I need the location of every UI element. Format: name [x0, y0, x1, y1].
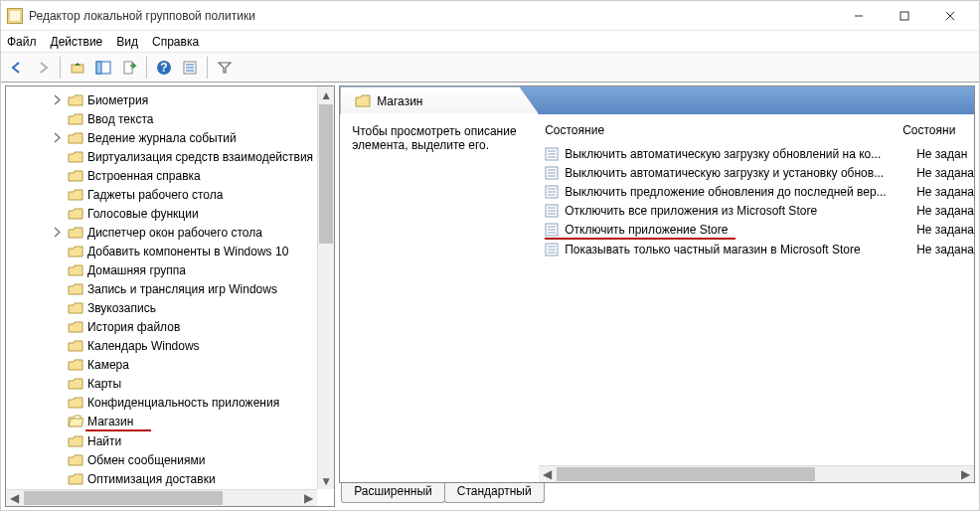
svg-rect-6 [96, 62, 101, 74]
tree-horizontal-scrollbar[interactable]: ◀ ▶ [6, 489, 317, 506]
detail-body: Чтобы просмотреть описание элемента, выд… [340, 114, 974, 482]
filter-button[interactable] [213, 56, 237, 80]
folder-icon [68, 434, 83, 448]
tree-item-label: Встроенная справка [87, 169, 201, 183]
tree-item-label: Гаджеты рабочего стола [87, 188, 223, 202]
folder-icon [68, 245, 83, 258]
folder-icon [68, 282, 83, 296]
tree-item[interactable]: Найти [6, 431, 317, 450]
tree-item-label: История файлов [87, 320, 180, 334]
setting-row[interactable]: Показывать только частный магазин в Micr… [539, 240, 974, 258]
detail-horizontal-scrollbar[interactable]: ◀ ▶ [539, 465, 974, 482]
tree-item-label: Звукозапись [87, 301, 156, 315]
tree-item-label: Ведение журнала событий [87, 131, 237, 145]
up-folder-button[interactable] [66, 56, 89, 80]
folder-icon [68, 263, 83, 277]
setting-row[interactable]: Выключить предложение обновления до посл… [539, 182, 974, 201]
tab-standard[interactable]: Стандартный [444, 483, 545, 503]
scroll-right-icon[interactable]: ▶ [957, 466, 974, 482]
tree-expander[interactable] [52, 94, 63, 105]
tree-item[interactable]: Встроенная справка [6, 166, 317, 185]
tree-expander[interactable] [52, 227, 63, 238]
tree-item[interactable]: Оптимизация доставки [6, 469, 317, 488]
maximize-button[interactable] [882, 1, 927, 31]
settings-list[interactable]: Выключить автоматическую загрузку обновл… [539, 140, 974, 258]
scroll-thumb[interactable] [24, 491, 223, 505]
tree-item[interactable]: Камера [6, 355, 317, 374]
back-button[interactable] [5, 56, 29, 80]
setting-label: Отключить приложение Store [565, 223, 897, 237]
tree-item-label: Карты [87, 377, 121, 391]
folder-icon [68, 188, 83, 202]
tree-item-label: Найти [87, 434, 121, 448]
window-controls [836, 1, 973, 31]
policy-setting-icon [545, 166, 559, 180]
scroll-up-icon[interactable]: ▲ [318, 86, 334, 103]
tree-item-label: Добавить компоненты в Windows 10 [87, 245, 288, 258]
tree-item[interactable]: Календарь Windows [6, 336, 317, 355]
tree[interactable]: БиометрияВвод текстаВедение журнала собы… [6, 86, 317, 489]
menu-action[interactable]: Действие [51, 35, 103, 49]
folder-icon [68, 377, 83, 391]
expand-icon[interactable] [52, 227, 63, 238]
tree-expander[interactable] [52, 132, 63, 143]
export-button[interactable] [117, 56, 141, 80]
scroll-right-icon[interactable]: ▶ [300, 490, 317, 506]
tree-item[interactable]: Запись и трансляция игр Windows [6, 279, 317, 298]
tree-item[interactable]: Диспетчер окон рабочего стола [6, 223, 317, 242]
menu-help[interactable]: Справка [152, 35, 199, 49]
expand-icon[interactable] [52, 132, 63, 143]
setting-state: Не задана [916, 243, 974, 256]
setting-row[interactable]: Отключить приложение StoreНе задана [539, 220, 974, 239]
minimize-button[interactable] [836, 1, 882, 31]
tree-item[interactable]: Биометрия [6, 90, 317, 109]
tree-vertical-scrollbar[interactable]: ▲ ▼ [317, 86, 334, 489]
folder-icon [68, 320, 83, 334]
tree-item[interactable]: Обмен сообщениями [6, 450, 317, 469]
scroll-left-icon[interactable]: ◀ [6, 490, 23, 506]
scroll-left-icon[interactable]: ◀ [539, 466, 556, 482]
scroll-down-icon[interactable]: ▼ [318, 472, 334, 489]
scroll-thumb[interactable] [319, 104, 333, 244]
tree-item[interactable]: Добавить компоненты в Windows 10 [6, 242, 317, 260]
menu-file[interactable]: Файл [7, 35, 37, 49]
tree-item[interactable]: Виртуализация средств взаимодействия [6, 147, 317, 166]
tab-extended[interactable]: Расширенный [341, 483, 445, 503]
policy-setting-icon [545, 147, 559, 161]
folder-icon [68, 207, 83, 221]
tree-item[interactable]: Гаджеты рабочего стола [6, 185, 317, 204]
setting-row[interactable]: Отключить все приложения из Microsoft St… [539, 201, 974, 220]
tree-item-label: Календарь Windows [87, 339, 200, 353]
menu-view[interactable]: Вид [116, 35, 138, 49]
folder-icon [68, 396, 83, 410]
tree-item[interactable]: Магазин [6, 412, 317, 430]
tree-item[interactable]: Голосовые функции [6, 204, 317, 223]
tree-item[interactable]: Конфиденциальность приложения [6, 393, 317, 412]
setting-label: Выключить автоматическую загрузку обновл… [565, 147, 897, 161]
tree-item[interactable]: История файлов [6, 317, 317, 336]
folder-icon [68, 453, 83, 467]
expand-icon[interactable] [52, 94, 63, 105]
setting-row[interactable]: Выключить автоматическую загрузку и уста… [539, 163, 974, 182]
column-header-name[interactable]: Состояние [545, 123, 883, 137]
setting-state: Не задана [916, 185, 974, 199]
show-hide-tree-button[interactable] [91, 56, 115, 80]
scroll-thumb[interactable] [557, 467, 815, 481]
tree-item[interactable]: Домашняя группа [6, 260, 317, 279]
forward-button[interactable] [31, 56, 55, 80]
folder-icon [68, 358, 83, 372]
setting-row[interactable]: Выключить автоматическую загрузку обновл… [539, 144, 974, 163]
tree-item[interactable]: Карты [6, 374, 317, 393]
column-headers[interactable]: Состояние Состояни [539, 120, 974, 140]
policy-setting-icon [545, 204, 559, 218]
tree-item[interactable]: Ведение журнала событий [6, 128, 317, 147]
toolbar-separator [146, 57, 147, 79]
setting-state: Не задан [916, 147, 967, 161]
help-button[interactable]: ? [152, 56, 176, 80]
tree-pane: БиометрияВвод текстаВедение журнала собы… [5, 85, 335, 507]
column-header-state[interactable]: Состояни [902, 123, 955, 137]
properties-button[interactable] [178, 56, 202, 80]
close-button[interactable] [927, 1, 973, 31]
tree-item[interactable]: Звукозапись [6, 298, 317, 317]
tree-item[interactable]: Ввод текста [6, 109, 317, 128]
